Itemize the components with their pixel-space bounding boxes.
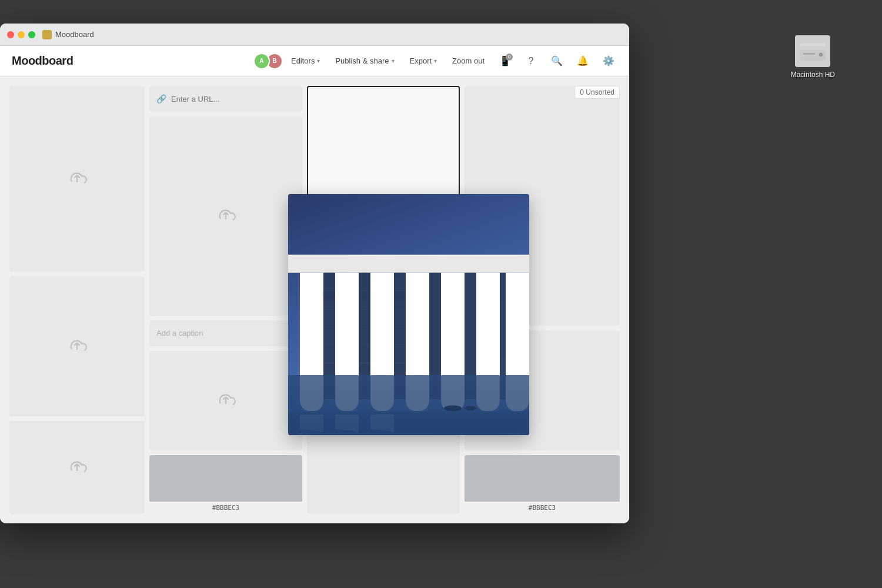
svg-rect-0 — [288, 255, 529, 273]
toolbar-logo: Moodboard — [12, 54, 73, 68]
app-window: Moodboard Moodboard A B Editors — [0, 24, 629, 523]
svg-rect-27 — [800, 46, 826, 50]
canvas-area: 0 Unsorted — [0, 76, 629, 523]
color-swatch-1: #BBBEC3 — [149, 455, 302, 514]
notification-icon: 🔔 — [577, 55, 589, 66]
search-icon: 🔍 — [551, 55, 563, 66]
mac-hd-label: Macintosh HD — [791, 71, 835, 79]
close-button[interactable] — [7, 31, 14, 38]
traffic-lights — [7, 31, 35, 38]
svg-point-29 — [820, 54, 822, 56]
upload-cell-1[interactable] — [9, 86, 145, 272]
title-bar: Moodboard — [0, 24, 629, 46]
link-icon: 🔗 — [156, 94, 166, 103]
editors-button[interactable]: Editors ▾ — [288, 54, 323, 68]
title-bar-info: Moodboard — [42, 30, 94, 39]
device-icon-button[interactable]: 📱 0 — [496, 52, 514, 70]
help-icon: ? — [529, 56, 534, 66]
title-bar-title: Moodboard — [55, 30, 94, 39]
export-chevron-icon: ▾ — [434, 58, 437, 64]
upload-icon-4 — [215, 205, 236, 226]
unsorted-badge: 0 Unsorted — [574, 86, 620, 99]
mac-hd-image — [795, 35, 830, 67]
upload-icon-1 — [66, 168, 88, 189]
editors-chevron-icon: ▾ — [317, 58, 320, 64]
upload-cell-5[interactable] — [149, 351, 302, 450]
settings-button[interactable]: ⚙️ — [600, 52, 617, 70]
url-input-wrapper[interactable]: 🔗 — [149, 86, 302, 112]
publish-chevron-icon: ▾ — [392, 58, 395, 64]
color-label-1: #BBBEC3 — [149, 502, 302, 514]
upload-icon-2 — [66, 336, 88, 357]
search-button[interactable]: 🔍 — [548, 52, 566, 70]
publish-share-button[interactable]: Publish & share ▾ — [332, 54, 397, 68]
toolbar: Moodboard A B Editors ▾ — [0, 46, 629, 76]
help-button[interactable]: ? — [522, 52, 540, 70]
device-badge: 0 — [506, 54, 513, 61]
color-label-2: #BBBEC3 — [465, 502, 620, 514]
upload-cell-2[interactable] — [9, 276, 145, 416]
floating-photo — [288, 194, 529, 435]
main-area: 0 Unsorted — [0, 76, 629, 523]
upload-icon-3 — [66, 457, 88, 478]
column-1 — [9, 86, 145, 514]
mac-hd-icon[interactable]: Macintosh HD — [791, 35, 835, 79]
svg-rect-30 — [803, 53, 815, 55]
zoom-out-button[interactable]: Zoom out — [449, 54, 488, 68]
upload-icon-5 — [215, 390, 236, 411]
upload-cell-3[interactable] — [9, 421, 145, 514]
notification-button[interactable]: 🔔 — [574, 52, 592, 70]
toolbar-right: A B Editors ▾ Publish & share ▾ — [253, 52, 617, 70]
color-swatch-2: #BBBEC3 — [465, 455, 620, 514]
caption-input[interactable]: Add a caption — [149, 320, 302, 346]
editors-avatars: A B — [253, 53, 279, 69]
maximize-button[interactable] — [28, 31, 35, 38]
avatar-1: A — [253, 53, 270, 69]
column-2: 🔗 Add a caption — [149, 86, 302, 514]
desktop: Moodboard Moodboard A B Editors — [0, 0, 882, 588]
settings-icon: ⚙️ — [603, 55, 614, 66]
minimize-button[interactable] — [18, 31, 25, 38]
upload-cell-4[interactable] — [149, 116, 302, 316]
url-input[interactable] — [171, 95, 295, 103]
export-button[interactable]: Export ▾ — [406, 54, 441, 68]
app-icon — [42, 30, 52, 39]
hard-drive-svg — [799, 38, 827, 64]
